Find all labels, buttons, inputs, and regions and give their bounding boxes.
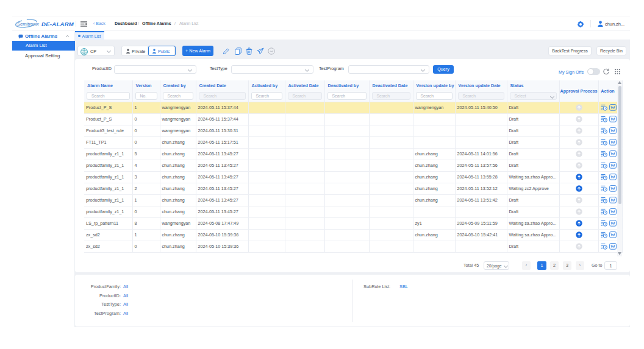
svg-text:DE-ALARM: DE-ALARM: [41, 21, 74, 27]
svg-text:Semitronix: Semitronix: [17, 21, 40, 27]
